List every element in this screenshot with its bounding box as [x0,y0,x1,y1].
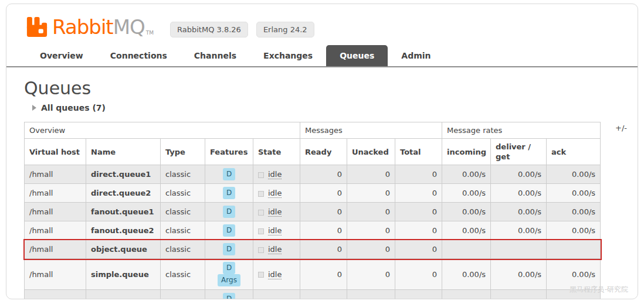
triangle-right-icon [32,105,36,111]
type-cell: classic [161,240,205,259]
queue-name-link[interactable]: simple.queue [91,270,149,279]
durable-badge: D [223,187,235,199]
incoming-rate-cell: 0.00/s [442,165,491,184]
col-state: State [253,139,300,165]
ready-cell: 0 [300,290,347,300]
incoming-rate-cell [442,240,491,259]
queues-table: Overview Messages Message rates Virtual … [24,122,601,299]
type-cell: classic [161,221,205,240]
type-cell: classic [161,290,205,300]
total-cell: 0 [395,259,442,290]
tab-admin[interactable]: Admin [388,45,444,66]
columns-toggle-button[interactable]: +/- [615,124,627,132]
incoming-rate-cell: 0.00/s [442,221,491,240]
watermark-text: 黑马程序员-研究院 [570,285,628,295]
vhost-cell: /hmall [25,240,86,259]
deliver-get-rate-cell: 0.00/s [491,184,547,203]
main-content: Queues All queues (7) +/- Overview Messa… [6,78,638,299]
tab-overview[interactable]: Overview [26,45,97,66]
ready-cell: 0 [300,259,347,290]
ready-cell: 0 [300,221,347,240]
vhost-cell: /hmall [25,184,86,203]
tab-queues[interactable]: Queues [326,45,388,66]
state-label: idle [268,189,282,198]
queue-name-cell: simple.queue [86,259,161,290]
incoming-rate-cell: 0.00/s [442,259,491,290]
total-cell: 0 [395,184,442,203]
state-label: idle [268,170,282,179]
ready-cell: 0 [300,184,347,203]
args-badge: Args [218,274,240,286]
deliver-get-rate-cell: 0.00/s [491,290,547,300]
state-square-icon [258,247,264,253]
col-ready: Ready [300,139,347,165]
state-square-icon [258,191,264,197]
ack-rate-cell [547,240,601,259]
type-cell: classic [161,184,205,203]
queue-name-link[interactable]: fanout.queue1 [91,207,154,216]
total-cell: 0 [395,165,442,184]
col-features: Features [205,139,253,165]
total-cell: 0 [395,240,442,259]
total-cell: 0 [395,221,442,240]
vhost-cell: /hmall [25,259,86,290]
deliver-get-rate-cell: 0.00/s [491,203,547,221]
group-message-rates: Message rates [442,122,601,139]
durable-badge: D [223,293,235,299]
col-name: Name [86,139,161,165]
state-cell: idle [253,165,300,184]
state-square-icon [258,210,264,216]
group-overview: Overview [25,122,300,139]
queue-name-link[interactable]: direct.queue1 [91,170,151,179]
queue-name-cell: work.queue [86,290,161,300]
vhost-cell: /hmall [25,290,86,300]
table-row: /hmall work.queue classic DArgs idle 0 0… [25,290,601,300]
features-cell: D [205,203,253,221]
queue-name-cell: direct.queue2 [86,184,161,203]
queue-name-cell: object.queue [86,240,161,259]
tab-exchanges[interactable]: Exchanges [250,45,326,66]
durable-badge: D [223,206,235,218]
header: RabbitMQ TM RabbitMQ 3.8.26 Erlang 24.2 [6,4,638,38]
type-cell: classic [161,259,205,290]
unacked-cell: 0 [347,184,395,203]
rabbitmq-logo-icon [26,16,52,37]
state-square-icon [258,228,264,234]
vhost-cell: /hmall [25,221,86,240]
state-cell: idle [253,290,300,300]
state-label: idle [268,226,282,235]
state-cell: idle [253,203,300,221]
queue-name-cell: fanout.queue1 [86,203,161,221]
features-cell: D [205,221,253,240]
features-cell: DArgs [205,290,253,300]
deliver-get-rate-cell: 0.00/s [491,259,547,290]
group-messages: Messages [300,122,442,139]
table-row: /hmall direct.queue1 classic D idle 0 0 … [25,165,601,184]
table-row: /hmall fanout.queue1 classic D idle 0 0 … [25,203,601,221]
col-type: Type [161,139,205,165]
queue-name-link[interactable]: fanout.queue2 [91,226,154,235]
unacked-cell: 0 [347,240,395,259]
features-cell: DArgs [205,259,253,290]
durable-badge: D [223,168,235,180]
table-row: /hmall direct.queue2 classic D idle 0 0 … [25,184,601,203]
unacked-cell: 0 [347,290,395,300]
tab-connections[interactable]: Connections [97,45,181,66]
ready-cell: 0 [300,240,347,259]
all-queues-toggle[interactable]: All queues (7) [32,103,620,112]
features-cell: D [205,184,253,203]
trademark-label: TM [146,30,154,36]
rabbitmq-logo[interactable]: RabbitMQ TM [26,16,154,38]
queue-name-link[interactable]: object.queue [91,245,147,254]
col-total: Total [395,139,442,165]
queue-name-link[interactable]: direct.queue2 [91,189,151,197]
incoming-rate-cell: 0.00/s [442,184,491,203]
deliver-get-rate-cell: 0.00/s [491,165,547,184]
rabbitmq-version-badge: RabbitMQ 3.8.26 [170,22,248,37]
brand-text: RabbitMQ [52,16,145,38]
tab-channels[interactable]: Channels [181,45,250,66]
state-square-icon [258,272,264,278]
table-row: /hmall fanout.queue2 classic D idle 0 0 … [25,221,601,240]
ready-cell: 0 [300,165,347,184]
vhost-cell: /hmall [25,165,86,184]
